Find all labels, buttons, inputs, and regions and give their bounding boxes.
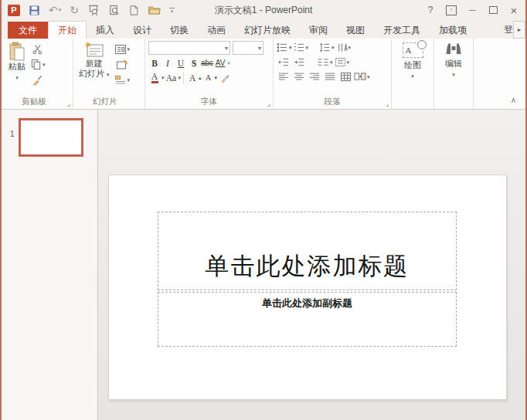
font-dialog-launcher[interactable]: ⌟ — [267, 100, 270, 107]
font-size-combobox[interactable]: ▾ — [233, 41, 264, 55]
font-name-dropdown-arrow[interactable]: ▾ — [225, 45, 228, 52]
tab-transitions[interactable]: 切换 — [161, 22, 198, 39]
maximize-button[interactable] — [488, 5, 498, 15]
strikethrough-button[interactable]: abc — [201, 56, 213, 69]
italic-button[interactable]: I — [162, 56, 174, 69]
align-text-dropdown-arrow[interactable]: ▾ — [347, 59, 350, 66]
increase-font-size-button[interactable]: A▴ — [186, 71, 202, 84]
section-dropdown-arrow[interactable]: ▾ — [128, 77, 131, 83]
new-slide-icon — [84, 42, 104, 59]
underline-button[interactable]: U — [175, 56, 187, 69]
tab-insert[interactable]: 插入 — [87, 22, 124, 39]
subtitle-placeholder[interactable]: 单击此处添加副标题 — [158, 292, 457, 347]
editing-button[interactable]: 编辑 ▾ — [443, 41, 464, 96]
tab-scroll-right-button[interactable]: ▸ — [513, 21, 525, 39]
convert-smartart-dropdown-arrow[interactable]: ▾ — [367, 74, 370, 80]
paste-dropdown-arrow[interactable]: ▾ — [15, 73, 19, 83]
justify-icon — [325, 72, 335, 82]
slide-1-thumbnail[interactable] — [19, 118, 83, 157]
font-size-dropdown-arrow[interactable]: ▾ — [258, 45, 261, 52]
decrease-font-size-button[interactable]: A▾ — [202, 71, 218, 84]
character-spacing-button[interactable]: AV — [214, 56, 226, 69]
align-left-button[interactable] — [277, 70, 291, 83]
align-center-button[interactable] — [292, 70, 306, 83]
tab-animations[interactable]: 动画 — [198, 22, 235, 39]
numbering-button[interactable]: ▾ — [294, 41, 309, 54]
section-button[interactable]: ▾ — [114, 73, 131, 86]
paragraph-dialog-launcher[interactable]: ⌟ — [386, 100, 389, 107]
bullets-button[interactable]: ▾ — [277, 41, 292, 54]
undo-dropdown-arrow[interactable]: ▾ — [59, 7, 62, 13]
reset-slide-button[interactable] — [114, 58, 131, 71]
clear-formatting-button[interactable] — [218, 71, 232, 84]
text-direction-icon — [336, 42, 348, 52]
title-placeholder[interactable]: 单击此处添加标题 — [158, 212, 457, 290]
redo-button[interactable]: ↻ — [70, 3, 79, 17]
bold-button[interactable]: B — [148, 56, 161, 69]
convert-smartart-button[interactable]: ▾ — [354, 70, 370, 83]
clipboard-dialog-launcher[interactable]: ⌟ — [67, 100, 70, 107]
print-preview-button[interactable] — [108, 3, 120, 17]
slide-layout-button[interactable]: ▾ — [114, 42, 131, 56]
slide-canvas[interactable]: 单击此处添加标题 单击此处添加副标题 — [108, 174, 507, 400]
tab-slideshow[interactable]: 幻灯片放映 — [235, 22, 300, 39]
close-button[interactable]: × — [508, 5, 519, 15]
ribbon-display-options-button[interactable]: ↑ — [446, 5, 457, 15]
undo-button[interactable]: ↶ ▾ — [49, 5, 61, 15]
minimize-button[interactable]: ─ — [467, 5, 478, 15]
tab-view[interactable]: 视图 — [337, 22, 374, 39]
format-painter-button[interactable] — [30, 73, 46, 86]
text-direction-button[interactable]: ▾ — [336, 41, 352, 54]
justify-button[interactable] — [323, 70, 337, 83]
tab-addins[interactable]: 加载项 — [430, 22, 476, 39]
drawing-button[interactable]: A 绘图 ▾ — [400, 41, 426, 96]
align-text-button[interactable]: ▾ — [335, 56, 350, 69]
change-case-dropdown-arrow[interactable]: ▾ — [178, 75, 182, 81]
line-spacing-dropdown-arrow[interactable]: ▾ — [332, 45, 335, 51]
font-color-button[interactable]: A ▾ — [148, 71, 165, 84]
table-grid-button[interactable] — [338, 70, 352, 83]
slide-layout-dropdown-arrow[interactable]: ▾ — [128, 46, 131, 52]
decrease-indent-button[interactable] — [277, 56, 291, 69]
tab-home[interactable]: 开始 — [48, 21, 87, 39]
align-right-button[interactable] — [308, 70, 321, 83]
copy-dropdown-arrow[interactable]: ▾ — [42, 62, 46, 68]
text-direction-dropdown-arrow[interactable]: ▾ — [348, 45, 352, 51]
open-folder-button[interactable] — [148, 3, 161, 17]
line-spacing-button[interactable]: ▾ — [319, 41, 335, 54]
drawing-dropdown-arrow[interactable]: ▾ — [411, 71, 414, 81]
slide-thumbnail-panel[interactable]: 1 — [2, 110, 98, 420]
paste-button[interactable]: 粘贴 ▾ — [6, 41, 28, 96]
cut-button[interactable] — [30, 42, 46, 56]
columns-dropdown-arrow[interactable]: ▾ — [330, 59, 333, 66]
editing-dropdown-arrow[interactable]: ▾ — [452, 69, 455, 80]
font-color-dropdown-arrow[interactable]: ▾ — [162, 75, 165, 81]
change-case-button[interactable]: Aa ▾ — [165, 71, 182, 84]
save-button[interactable] — [29, 3, 40, 17]
copy-button[interactable]: ▾ — [30, 58, 46, 71]
increase-indent-button[interactable] — [292, 56, 306, 69]
collapse-ribbon-button[interactable]: ∧ — [511, 96, 516, 104]
slide-editor-area[interactable]: 单击此处添加标题 单击此处添加副标题 — [98, 110, 525, 420]
sign-in-label-truncated[interactable]: 登 — [504, 23, 513, 36]
font-color-letter: A — [148, 73, 161, 81]
help-button[interactable]: ? — [425, 5, 436, 15]
table-grid-icon — [340, 72, 352, 82]
tab-file[interactable]: 文件 — [8, 22, 48, 39]
new-slide-dropdown-arrow[interactable]: ▾ — [107, 72, 110, 77]
new-slide-button[interactable]: 新建 幻灯片 ▾ — [76, 41, 112, 96]
columns-button[interactable]: ▾ — [317, 56, 333, 69]
text-shadow-button[interactable]: S — [188, 56, 200, 69]
character-spacing-dropdown-arrow[interactable]: ▾ — [227, 60, 230, 66]
tab-design[interactable]: 设计 — [124, 22, 161, 39]
customize-qat-button[interactable]: ▾ — [169, 8, 175, 13]
font-buttons-row1: B I U S abc AV ▾ — [148, 56, 264, 69]
numbering-dropdown-arrow[interactable]: ▾ — [306, 45, 309, 51]
tab-developer[interactable]: 开发工具 — [374, 22, 430, 39]
bullets-dropdown-arrow[interactable]: ▾ — [289, 45, 292, 51]
tab-review[interactable]: 审阅 — [300, 22, 337, 39]
powerpoint-logo-icon[interactable]: P — [8, 5, 20, 16]
font-name-combobox[interactable]: ▾ — [148, 41, 230, 55]
start-slideshow-button[interactable] — [87, 3, 100, 17]
new-file-button[interactable] — [128, 3, 139, 17]
